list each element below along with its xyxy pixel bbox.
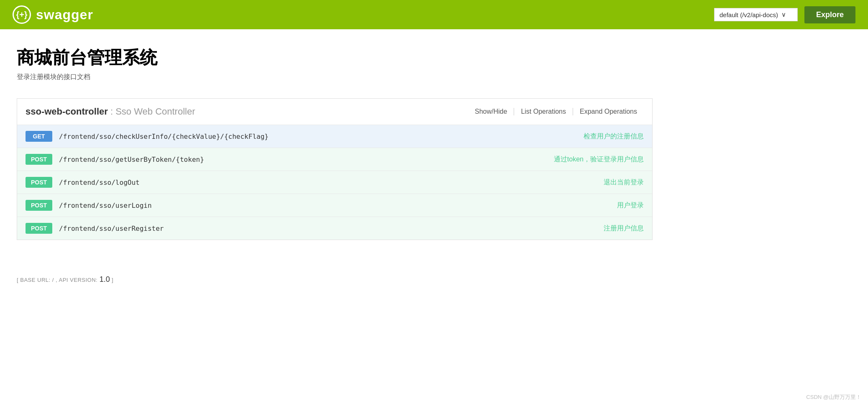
api-description: 注册用户信息 [604,224,644,233]
api-row[interactable]: POST/frontend/sso/userRegister注册用户信息 [17,217,652,240]
api-row[interactable]: POST/frontend/sso/userLogin用户登录 [17,194,652,217]
show-hide-link[interactable]: Show/Hide [468,108,514,115]
controller-actions: Show/Hide List Operations Expand Operati… [468,108,644,115]
header-right: default (/v2/api-docs) ∨ Explore [714,6,855,23]
api-path: /frontend/sso/userLogin [59,202,152,209]
swagger-logo-text: swagger [36,7,93,23]
controller-subtitle: : Sso Web Controller [110,106,195,117]
api-row-left: POST/frontend/sso/userRegister [26,223,604,234]
api-row[interactable]: POST/frontend/sso/logOut退出当前登录 [17,171,652,194]
api-row[interactable]: GET/frontend/sso/checkUserInfo/{checkVal… [17,125,652,148]
api-version: 1.0 [100,275,110,283]
api-rows-container: GET/frontend/sso/checkUserInfo/{checkVal… [17,125,652,240]
api-path: /frontend/sso/checkUserInfo/{checkValue}… [59,133,269,140]
api-selector-value: default (/v2/api-docs) [719,11,778,18]
controller-header: sso-web-controller : Sso Web Controller … [17,99,652,125]
explore-button[interactable]: Explore [804,6,855,23]
header: {+} swagger default (/v2/api-docs) ∨ Exp… [0,0,868,29]
api-selector[interactable]: default (/v2/api-docs) ∨ [714,8,798,21]
swagger-logo-icon: {+} [13,5,31,24]
method-badge-post: POST [26,223,52,234]
api-row-left: GET/frontend/sso/checkUserInfo/{checkVal… [26,131,584,142]
footer-section: [ BASE URL: / , API VERSION: 1.0 ] [0,265,868,288]
api-row-left: POST/frontend/sso/logOut [26,177,604,188]
method-badge-post: POST [26,200,52,211]
api-path: /frontend/sso/userRegister [59,225,164,232]
list-operations-link[interactable]: List Operations [514,108,573,115]
app-title: 商城前台管理系统 [17,46,653,69]
api-row[interactable]: POST/frontend/sso/getUserByToken/{token}… [17,148,652,171]
close-bracket: ] [112,277,113,283]
api-description: 退出当前登录 [604,178,644,187]
controller-title: sso-web-controller : Sso Web Controller [26,106,195,117]
controller-name: sso-web-controller [26,106,108,117]
expand-operations-link[interactable]: Expand Operations [573,108,644,115]
base-url-label: [ BASE URL: / , API VERSION: [17,277,97,283]
method-badge-post: POST [26,154,52,165]
api-path: /frontend/sso/getUserByToken/{token} [59,156,204,163]
api-row-left: POST/frontend/sso/userLogin [26,200,617,211]
watermark: CSDN @山野万万里！ [806,393,861,401]
controller-section: sso-web-controller : Sso Web Controller … [17,98,653,240]
app-description: 登录注册模块的接口文档 [17,73,653,82]
method-badge-get: GET [26,131,52,142]
header-left: {+} swagger [13,5,93,24]
method-badge-post: POST [26,177,52,188]
api-description: 检查用户的注册信息 [584,132,644,141]
api-description: 通过token，验证登录用户信息 [554,155,644,164]
api-path: /frontend/sso/logOut [59,179,140,186]
api-description: 用户登录 [617,201,644,210]
api-row-left: POST/frontend/sso/getUserByToken/{token} [26,154,554,165]
chevron-down-icon: ∨ [781,11,786,18]
main-content: 商城前台管理系统 登录注册模块的接口文档 sso-web-controller … [0,29,669,265]
